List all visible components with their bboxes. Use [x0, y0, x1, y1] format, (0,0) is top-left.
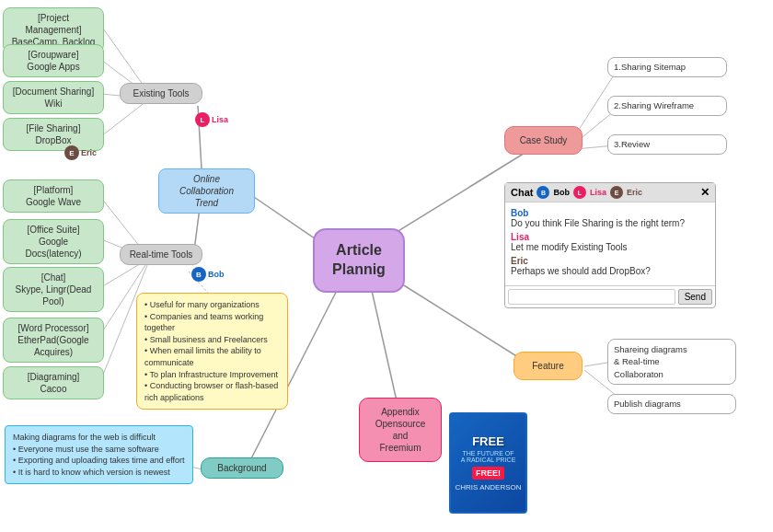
chat-eric-name: Eric — [627, 188, 642, 197]
skype-label: [Chat]Skype, Lingr(DeadPool) — [16, 272, 92, 306]
chat-close-icon[interactable]: ✕ — [700, 186, 710, 199]
sharing-sitemap-label: 1.Sharing Sitemap — [614, 62, 686, 72]
google-docs-node[interactable]: [Office Suite]GoogleDocs(latency) — [3, 219, 104, 264]
cacoo-label: [Diagraming]Cacoo — [28, 372, 80, 394]
chat-bob-avatar: B — [536, 186, 549, 199]
appendix-label: AppendixOpensource andFreemium — [375, 407, 425, 453]
chat-message-1: Bob Do you think File Sharing is the rig… — [511, 208, 710, 228]
realtime-tools-label: Real-time Tools — [130, 249, 193, 260]
case-study-label: Case Study — [520, 135, 568, 145]
google-docs-label: [Office Suite]GoogleDocs(latency) — [25, 225, 81, 259]
existing-tools-node[interactable]: Existing Tools — [120, 83, 202, 104]
chat-message-3: Eric Perhaps we should add DropBox? — [511, 256, 710, 276]
chat-participants: B Bob L Lisa E Eric — [536, 186, 642, 199]
chat-eric-avatar: E — [610, 186, 623, 199]
canvas: Article Plannig Existing Tools Online Co… — [0, 0, 773, 532]
chat-lisa-name: Lisa — [590, 188, 606, 197]
sharing-rt-label: Shareing diagrams& Real-timeCollaboraton — [614, 344, 687, 379]
chat-send-button[interactable]: Send — [678, 289, 712, 305]
background-label: Background — [217, 463, 266, 473]
notes-yellow-node: • Useful for many organizations • Compan… — [136, 293, 288, 410]
google-wave-label: [Platform]Google Wave — [26, 185, 81, 207]
bob-avatar: B — [191, 267, 206, 282]
realtime-tools-node[interactable]: Real-time Tools — [120, 244, 202, 265]
lisa-avatar: L — [195, 112, 210, 127]
sharing-wireframe-label: 2.Sharing Wireframe — [614, 100, 694, 110]
avatar-bob: B Bob — [191, 267, 225, 282]
chat-input[interactable] — [508, 289, 675, 305]
review-label: 3.Review — [614, 139, 650, 149]
svg-line-6 — [101, 98, 150, 136]
sharing-wireframe-node[interactable]: 2.Sharing Wireframe — [607, 96, 727, 116]
book-author-label: CHRIS ANDERSON — [455, 483, 521, 492]
center-label: Article Plannig — [332, 242, 386, 277]
wiki-label: [Document Sharing]Wiki — [13, 87, 94, 109]
online-trend-node[interactable]: Online CollaborationTrend — [158, 168, 255, 214]
chat-text-eric: Perhaps we should add DropBox? — [511, 266, 710, 276]
chat-text-lisa: Let me modify Existing Tools — [511, 242, 710, 252]
review-node[interactable]: 3.Review — [607, 134, 727, 155]
background-node[interactable]: Background — [201, 457, 283, 479]
google-apps-node[interactable]: [Groupware]Google Apps — [3, 44, 104, 77]
sharing-rt-node[interactable]: Shareing diagrams& Real-timeCollaboraton — [607, 339, 736, 385]
background-note-node: Making diagrams for the web is difficult… — [5, 425, 193, 484]
avatar-lisa: L Lisa — [195, 112, 228, 127]
avatar-eric: E Eric — [64, 145, 97, 160]
bob-name: Bob — [208, 270, 225, 279]
chat-title: Chat — [511, 187, 533, 198]
existing-tools-label: Existing Tools — [133, 88, 190, 98]
publish-node[interactable]: Publish diagrams — [607, 394, 736, 414]
chat-input-row: Send — [505, 285, 715, 307]
dropbox-label: [File Sharing]DropBox — [27, 123, 81, 145]
appendix-node[interactable]: AppendixOpensource andFreemium — [359, 398, 442, 462]
chat-lisa-avatar: L — [573, 186, 586, 199]
sharing-sitemap-node[interactable]: 1.Sharing Sitemap — [607, 57, 727, 77]
eric-avatar: E — [64, 145, 79, 160]
google-wave-node[interactable]: [Platform]Google Wave — [3, 179, 104, 213]
chat-user-lisa: Lisa — [511, 232, 710, 242]
chat-user-eric: Eric — [511, 256, 710, 266]
basecamp-label: [Project Management]BaseCamp, Backlog — [12, 13, 96, 47]
feature-label: Feature — [532, 361, 563, 371]
svg-line-19 — [368, 274, 398, 405]
feature-node[interactable]: Feature — [513, 352, 583, 380]
chat-message-2: Lisa Let me modify Existing Tools — [511, 232, 710, 252]
center-node[interactable]: Article Plannig — [313, 228, 405, 293]
online-trend-label: Online CollaborationTrend — [179, 174, 234, 208]
etherpad-label: [Word Processor]EtherPad(GoogleAcquires) — [17, 323, 88, 357]
publish-label: Publish diagrams — [614, 399, 681, 409]
case-study-node[interactable]: Case Study — [504, 126, 583, 155]
cacoo-node[interactable]: [Diagraming]Cacoo — [3, 366, 104, 399]
chat-bob-name: Bob — [553, 188, 570, 197]
book-subtitle-label: THE FUTURE OFA RADICAL PRICE — [461, 450, 516, 463]
chat-panel: Chat B Bob L Lisa E Eric ✕ Bob Do you th… — [504, 182, 716, 308]
book-title-label: FREE — [472, 434, 504, 448]
chat-body: Bob Do you think File Sharing is the rig… — [505, 202, 715, 285]
lisa-name: Lisa — [212, 115, 228, 124]
wiki-node[interactable]: [Document Sharing]Wiki — [3, 81, 104, 114]
eric-name: Eric — [81, 148, 97, 157]
background-note-label: Making diagrams for the web is difficult… — [13, 433, 185, 477]
skype-node[interactable]: [Chat]Skype, Lingr(DeadPool) — [3, 267, 104, 312]
chat-header: Chat B Bob L Lisa E Eric ✕ — [505, 183, 715, 202]
chat-user-bob: Bob — [511, 208, 710, 218]
book-tag: FREE! — [472, 467, 504, 480]
book-node: FREE THE FUTURE OFA RADICAL PRICE FREE! … — [449, 412, 527, 514]
google-apps-label: [Groupware]Google Apps — [27, 50, 79, 72]
chat-text-bob: Do you think File Sharing is the right t… — [511, 218, 710, 228]
notes-yellow-label: • Useful for many organizations • Compan… — [144, 300, 278, 402]
etherpad-node[interactable]: [Word Processor]EtherPad(GoogleAcquires) — [3, 318, 104, 363]
